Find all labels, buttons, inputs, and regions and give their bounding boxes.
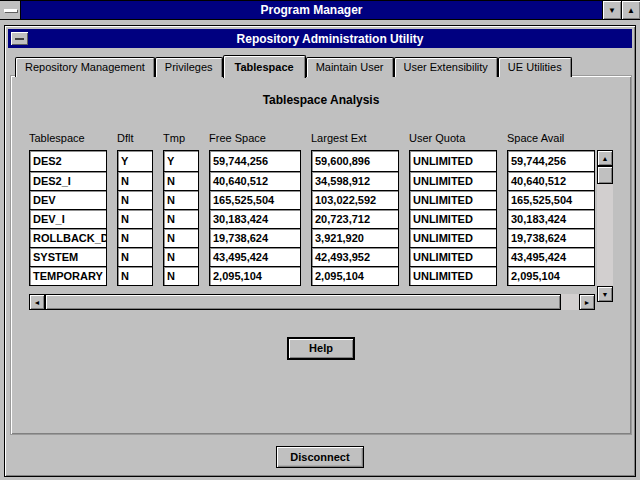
- horizontal-scroll-thumb[interactable]: [45, 294, 561, 310]
- grid-cell[interactable]: 3,921,920: [311, 228, 399, 248]
- column-header: User Quota: [409, 132, 497, 144]
- horizontal-scroll-track[interactable]: [45, 294, 579, 310]
- desktop: Program Manager ▼ ▲ Repository Administr…: [0, 0, 640, 480]
- grid-cell[interactable]: N: [117, 190, 153, 210]
- grid-cell[interactable]: 34,598,912: [311, 171, 399, 191]
- grid-cell[interactable]: Y: [117, 150, 153, 172]
- maximize-icon: ▲: [627, 6, 635, 15]
- grid-cell[interactable]: SYSTEM: [29, 247, 107, 267]
- tab-tablespace[interactable]: Tablespace: [223, 55, 306, 78]
- scroll-left-icon: ◄: [34, 299, 41, 306]
- maximize-button[interactable]: ▲: [621, 1, 640, 19]
- grid-cell[interactable]: 20,723,712: [311, 209, 399, 229]
- grid-cell[interactable]: N: [163, 209, 199, 229]
- grid-cell[interactable]: 19,738,624: [209, 228, 301, 248]
- grid-cell[interactable]: 2,095,104: [209, 266, 301, 286]
- minimize-button[interactable]: ▼: [602, 1, 621, 19]
- column-header: Largest Ext: [311, 132, 399, 144]
- grid-cell[interactable]: 59,744,256: [507, 150, 595, 172]
- scroll-left-button[interactable]: ◄: [29, 294, 45, 310]
- grid-cell[interactable]: 2,095,104: [311, 266, 399, 286]
- grid-cell[interactable]: N: [117, 171, 153, 191]
- grid-cell[interactable]: 40,640,512: [507, 171, 595, 191]
- app-window-title: Repository Administration Utility: [28, 32, 632, 46]
- grid-cell[interactable]: 42,493,952: [311, 247, 399, 267]
- grid-cell[interactable]: 43,495,424: [507, 247, 595, 267]
- table-row: DES2YY59,744,25659,600,896UNLIMITED59,74…: [29, 150, 595, 172]
- column-header: Tmp: [163, 132, 199, 144]
- tab-ue-utilities[interactable]: UE Utilities: [498, 57, 572, 77]
- grid-cell[interactable]: N: [163, 266, 199, 286]
- tab-user-extensibility[interactable]: User Extensibility: [394, 57, 498, 77]
- scroll-up-button[interactable]: ▲: [597, 150, 613, 166]
- grid-cell[interactable]: 165,525,504: [507, 190, 595, 210]
- minimize-icon: ▼: [608, 6, 616, 15]
- scroll-right-icon: ►: [584, 299, 591, 306]
- grid-cell[interactable]: 40,640,512: [209, 171, 301, 191]
- app-control-menu-button[interactable]: [11, 32, 28, 45]
- tab-maintain-user[interactable]: Maintain User: [306, 57, 394, 77]
- grid-cell[interactable]: 2,095,104: [507, 266, 595, 286]
- grid-cell[interactable]: UNLIMITED: [409, 228, 497, 248]
- grid-cell[interactable]: UNLIMITED: [409, 150, 497, 172]
- column-header: Space Avail: [507, 132, 595, 144]
- grid-cell[interactable]: 30,183,424: [507, 209, 595, 229]
- grid-cell[interactable]: N: [117, 266, 153, 286]
- vertical-scrollbar[interactable]: ▲ ▼: [597, 150, 613, 302]
- tablespace-panel: Tablespace Analysis TablespaceDfltTmpFre…: [11, 76, 631, 434]
- grid-cell[interactable]: UNLIMITED: [409, 266, 497, 286]
- grid-cell[interactable]: Y: [163, 150, 199, 172]
- vertical-scroll-track[interactable]: [597, 166, 613, 286]
- tab-label: User Extensibility: [404, 61, 488, 73]
- grid-rows: DES2YY59,744,25659,600,896UNLIMITED59,74…: [29, 150, 595, 286]
- column-header: Free Space: [209, 132, 301, 144]
- program-manager-titlebar: Program Manager ▼ ▲: [0, 1, 640, 20]
- help-button[interactable]: Help: [288, 338, 354, 359]
- grid-cell[interactable]: ROLLBACK_D: [29, 228, 107, 248]
- grid-cell[interactable]: UNLIMITED: [409, 171, 497, 191]
- grid-cell[interactable]: TEMPORARY: [29, 266, 107, 286]
- grid-cell[interactable]: DEV_I: [29, 209, 107, 229]
- vertical-scroll-thumb[interactable]: [597, 166, 613, 184]
- panel-heading: Tablespace Analysis: [11, 93, 631, 107]
- grid-cell[interactable]: DES2_I: [29, 171, 107, 191]
- tab-repository-management[interactable]: Repository Management: [15, 57, 155, 77]
- grid-cell[interactable]: 165,525,504: [209, 190, 301, 210]
- scroll-down-button[interactable]: ▼: [597, 286, 613, 302]
- scroll-up-icon: ▲: [602, 155, 609, 162]
- grid-cell[interactable]: 19,738,624: [507, 228, 595, 248]
- horizontal-scrollbar[interactable]: ◄ ►: [29, 294, 595, 310]
- column-header: Dflt: [117, 132, 153, 144]
- tab-label: Privileges: [165, 61, 213, 73]
- grid-cell[interactable]: N: [163, 190, 199, 210]
- grid-cell[interactable]: N: [117, 247, 153, 267]
- grid-cell[interactable]: N: [117, 228, 153, 248]
- repository-admin-window: Repository Administration Utility Reposi…: [4, 25, 636, 477]
- tab-label: Repository Management: [25, 61, 145, 73]
- scroll-right-button[interactable]: ►: [579, 294, 595, 310]
- tab-privileges[interactable]: Privileges: [155, 57, 223, 77]
- grid-cell[interactable]: UNLIMITED: [409, 209, 497, 229]
- grid-cell[interactable]: N: [117, 209, 153, 229]
- grid-cell[interactable]: 59,600,896: [311, 150, 399, 172]
- tab-label: Tablespace: [235, 61, 294, 73]
- tab-label: UE Utilities: [508, 61, 562, 73]
- grid-cell[interactable]: N: [163, 171, 199, 191]
- table-row: ROLLBACK_DNN19,738,6243,921,920UNLIMITED…: [29, 228, 595, 248]
- grid-cell[interactable]: DEV: [29, 190, 107, 210]
- disconnect-button[interactable]: Disconnect: [276, 446, 364, 468]
- grid-cell[interactable]: UNLIMITED: [409, 247, 497, 267]
- table-row: DES2_INN40,640,51234,598,912UNLIMITED40,…: [29, 171, 595, 191]
- grid-cell[interactable]: 30,183,424: [209, 209, 301, 229]
- app-control-menu-icon: [15, 38, 24, 40]
- grid-cell[interactable]: 103,022,592: [311, 190, 399, 210]
- grid-cell[interactable]: UNLIMITED: [409, 190, 497, 210]
- control-menu-button[interactable]: [0, 1, 21, 19]
- table-row: SYSTEMNN43,495,42442,493,952UNLIMITED43,…: [29, 247, 595, 267]
- app-titlebar: Repository Administration Utility: [8, 29, 632, 48]
- grid-cell[interactable]: 43,495,424: [209, 247, 301, 267]
- grid-cell[interactable]: DES2: [29, 150, 107, 172]
- grid-cell[interactable]: N: [163, 228, 199, 248]
- grid-cell[interactable]: N: [163, 247, 199, 267]
- grid-cell[interactable]: 59,744,256: [209, 150, 301, 172]
